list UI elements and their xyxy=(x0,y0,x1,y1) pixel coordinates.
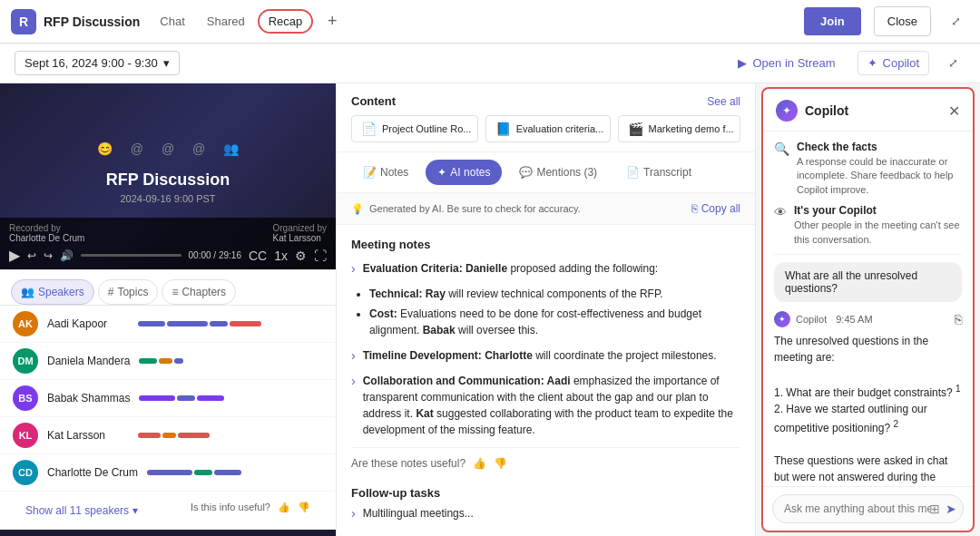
play-icon[interactable]: ▶ xyxy=(9,247,20,264)
speaker-name: Charlotte De Crum xyxy=(47,466,138,479)
your-copilot-info: 👁 It's your Copilot Other people in the … xyxy=(774,204,962,247)
copilot-input-row: ⊞ ➤ xyxy=(772,494,964,523)
thumbs-down-icon[interactable]: 👎 xyxy=(298,502,310,513)
video-player: 😊 @ @ @ 👥 RFP Discussion 2024-09-16 9:00… xyxy=(0,83,336,269)
date-selector[interactable]: Sept 16, 2024 9:00 - 9:30 ▾ xyxy=(15,51,180,75)
add-tab-button[interactable]: + xyxy=(320,10,344,34)
speaker-tabs: 👥 Speakers # Topics ≡ Chapters xyxy=(0,270,336,306)
avatar: AK xyxy=(13,311,38,336)
list-item: KL Kat Larsson xyxy=(0,417,336,454)
close-button[interactable]: Close xyxy=(874,6,931,36)
speaker-name: Daniela Mandera xyxy=(47,355,130,367)
content-files: 📄 Project Outline Ro... 📘 Evaluation cri… xyxy=(337,115,755,151)
ai-notice-bar: 💡 Generated by AI. Be sure to check for … xyxy=(337,193,755,225)
note-text: Evaluation Criteria: Danielle proposed a… xyxy=(363,260,659,277)
subtitle-icon[interactable]: CC xyxy=(249,249,267,263)
join-button[interactable]: Join xyxy=(804,7,861,35)
forward-icon[interactable]: ↪ xyxy=(44,249,53,262)
list-item: DM Daniela Mandera xyxy=(0,343,336,380)
tab-mentions[interactable]: 💬 Mentions (3) xyxy=(507,160,609,185)
tab-chat[interactable]: Chat xyxy=(151,9,193,34)
avatar: BS xyxy=(13,385,38,411)
left-panel: 😊 @ @ @ 👥 RFP Discussion 2024-09-16 9:00… xyxy=(0,83,336,536)
tab-ai-notes[interactable]: ✦ AI notes xyxy=(426,160,502,185)
rewind-icon[interactable]: ↩ xyxy=(27,249,36,262)
datebar: Sept 16, 2024 9:00 - 9:30 ▾ ▶ Open in St… xyxy=(0,44,980,83)
response-time: 9:45 AM xyxy=(836,314,872,325)
video-title: RFP Discussion xyxy=(106,171,230,190)
response-sender: Copilot xyxy=(796,314,827,325)
send-icon[interactable]: ➤ xyxy=(946,502,956,516)
tab-speakers[interactable]: 👥 Speakers xyxy=(11,279,94,305)
speakers-icon: 👥 xyxy=(21,286,34,298)
speaker-name: Kat Larsson xyxy=(47,429,129,442)
avatar: KL xyxy=(13,423,38,448)
volume-icon[interactable]: 🔊 xyxy=(60,249,74,262)
nav-tabs: Chat Shared Recap xyxy=(151,9,313,34)
file-chip[interactable]: 🎬 Marketing demo f... xyxy=(618,115,740,142)
show-all-speakers-button[interactable]: Show all 11 speakers ▾ xyxy=(13,497,151,524)
copilot-body: 🔍 Check the facts A response could be in… xyxy=(763,132,973,486)
open-in-stream-button[interactable]: ▶ Open in Stream xyxy=(730,52,842,74)
video-icon-4: @ xyxy=(192,141,205,156)
note-item: › Collaboration and Communication: Aadi … xyxy=(351,373,740,438)
ai-icon: ✦ xyxy=(437,166,446,179)
video-icon-5: 👥 xyxy=(223,141,239,156)
expand-icon[interactable]: › xyxy=(351,261,356,276)
see-all-button[interactable]: See all xyxy=(707,95,740,108)
copilot-logo: ✦ xyxy=(776,100,798,122)
list-item: AK Aadi Kapoor xyxy=(0,306,336,343)
prompt-bubble[interactable]: What are all the unresolved questions? xyxy=(774,262,962,302)
grid-icon[interactable]: ⊞ xyxy=(929,502,940,516)
bulb-icon: 💡 xyxy=(351,203,364,215)
main-content: 😊 @ @ @ 👥 RFP Discussion 2024-09-16 9:00… xyxy=(0,83,980,536)
tab-recap[interactable]: Recap xyxy=(258,9,314,34)
content-label: Content xyxy=(351,94,396,108)
expand-icon[interactable]: › xyxy=(351,348,356,363)
center-panel: Content See all 📄 Project Outline Ro... … xyxy=(336,83,756,536)
chevron-down-icon: ▾ xyxy=(132,504,138,517)
ai-notice-text: 💡 Generated by AI. Be sure to check for … xyxy=(351,203,581,215)
copy-icon: ⎘ xyxy=(691,202,698,215)
video-date: 2024-09-16 9:00 PST xyxy=(120,193,215,204)
tab-transcript[interactable]: 📄 Transcript xyxy=(614,160,703,185)
tab-chapters[interactable]: ≡ Chapters xyxy=(162,279,236,305)
expand-icon[interactable]: › xyxy=(351,374,356,388)
copilot-input-area: ⊞ ➤ xyxy=(763,486,973,531)
notes-content: Meeting notes › Evaluation Criteria: Dan… xyxy=(337,225,755,536)
tab-topics[interactable]: # Topics xyxy=(98,279,159,305)
thumbs-up-icon[interactable]: 👍 xyxy=(473,457,486,470)
speakers-list: AK Aadi Kapoor DM Daniela Mandera xyxy=(0,306,336,492)
settings-icon[interactable]: ⤢ xyxy=(940,51,965,76)
avatar: CD xyxy=(13,460,38,485)
check-facts-info: 🔍 Check the facts A response could be in… xyxy=(774,141,962,197)
input-icons: ⊞ ➤ xyxy=(929,502,956,516)
search-icon: 🔍 xyxy=(774,141,789,156)
tab-shared[interactable]: Shared xyxy=(198,9,254,34)
copy-all-button[interactable]: ⎘ Copy all xyxy=(691,202,740,215)
list-item: BS Babak Shammas xyxy=(0,380,336,417)
progress-bar[interactable] xyxy=(81,254,181,257)
tab-notes[interactable]: 📝 Notes xyxy=(351,160,420,185)
list-item: Cost: Evaluations need to be done for co… xyxy=(369,306,740,338)
copy-response-icon[interactable]: ⎘ xyxy=(955,312,962,326)
word-icon: 📘 xyxy=(495,122,511,136)
speaker-bars xyxy=(139,358,323,364)
close-icon[interactable]: ✕ xyxy=(948,102,960,120)
speed-icon[interactable]: 1x xyxy=(274,249,288,263)
chapters-icon: ≡ xyxy=(172,286,178,298)
fullscreen-icon[interactable]: ⛶ xyxy=(314,249,327,263)
notes-icon: 📝 xyxy=(363,166,377,179)
copilot-toggle-button[interactable]: ✦ Copilot xyxy=(858,51,929,75)
file-chip[interactable]: 📄 Project Outline Ro... xyxy=(351,115,478,142)
more-icon[interactable]: ⚙ xyxy=(295,249,307,263)
file-chip[interactable]: 📘 Evaluation criteria... xyxy=(485,115,611,142)
copilot-icon: ✦ xyxy=(867,56,877,70)
divider xyxy=(774,254,962,255)
note-item: › Timeline Development: Charlotte will c… xyxy=(351,347,740,364)
thumbs-up-icon[interactable]: 👍 xyxy=(278,502,290,513)
expand-icon[interactable]: › xyxy=(351,506,356,521)
popout-button[interactable]: ⤢ xyxy=(942,8,969,35)
thumbs-down-icon[interactable]: 👎 xyxy=(494,457,507,470)
meeting-notes-title: Meeting notes xyxy=(351,238,740,251)
